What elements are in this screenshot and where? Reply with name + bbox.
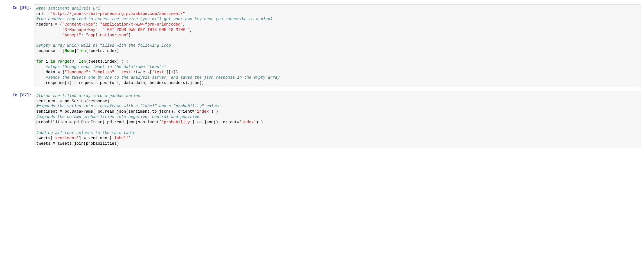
- code-text: ]: [74, 49, 76, 53]
- input-prompt: In [86]:: [3, 4, 34, 12]
- string-literal: 'text': [119, 70, 133, 74]
- comment: #the sentiment analysis url: [36, 6, 100, 11]
- code-text: probabilities = pd.DataFrame( pd.read_js…: [36, 120, 161, 124]
- code-text: :: [88, 70, 93, 74]
- comment: #turns the filled array into a pandas se…: [36, 94, 140, 98]
- code-text: (: [69, 59, 72, 64]
- code-text: sentiment = pd.Series(response): [36, 99, 109, 103]
- string-literal: 'label': [112, 136, 129, 140]
- notebook-cell: In [86]: #the sentiment analysis url url…: [3, 4, 641, 87]
- code-text: response[i] = requests.post(url, data=da…: [36, 81, 204, 85]
- code-text: :: [81, 33, 86, 37]
- string-literal: "english": [93, 70, 114, 74]
- code-text: tweets[: [36, 136, 53, 140]
- code-text: [36, 28, 62, 32]
- code-text: [36, 75, 46, 80]
- comment: #steps through each tweet in the datafra…: [46, 65, 166, 69]
- code-input[interactable]: #turns the filled array into a pandas se…: [34, 92, 641, 148]
- comment: #expands the series into a dataframe wit…: [36, 104, 220, 108]
- string-literal: 'index': [240, 120, 256, 124]
- string-literal: "Accept": [62, 33, 81, 37]
- string-literal: "application/json": [86, 33, 128, 37]
- code-text: = [: [55, 49, 65, 53]
- code-text: :: [95, 22, 100, 27]
- code-text: :: [98, 28, 102, 32]
- code-text: ]: [129, 136, 131, 140]
- string-literal: "https://japerk-text-processing.p.mashap…: [50, 12, 185, 16]
- keyword: in: [50, 59, 55, 64]
- string-literal: "Content-Type": [62, 22, 95, 27]
- keyword: for: [36, 59, 43, 64]
- code-text: =: [43, 12, 50, 16]
- notebook-cell: In [87]: #turns the filled array into a …: [3, 92, 641, 148]
- code-text: :tweets[: [133, 70, 152, 74]
- code-text: url: [36, 12, 43, 16]
- builtin: len: [79, 59, 86, 64]
- code-text: (tweets.index) ) :: [86, 59, 129, 64]
- code-text: sentiment = pd.DataFrame( pd.read_json(s…: [36, 109, 195, 114]
- code-text: data = {: [36, 70, 65, 74]
- string-literal: " GET YOUR OWN KEY THIS ONE IS MINE ": [102, 28, 190, 32]
- comment: #sends the tweets one by one to the anal…: [46, 75, 280, 80]
- code-text: ][i]}: [166, 70, 178, 74]
- code-text: ] = sentiment[: [79, 136, 112, 140]
- string-literal: 'index': [195, 109, 211, 114]
- code-text: response: [36, 49, 55, 53]
- comment: #expands the column probabilities into n…: [36, 115, 199, 119]
- keyword: None: [65, 49, 74, 53]
- code-text: ,: [114, 70, 119, 74]
- operator: *: [76, 49, 79, 53]
- string-literal: 'probability': [161, 120, 192, 124]
- string-literal: "application/x-www-form-urlencoded": [100, 22, 183, 27]
- comment: #adding all four columns to the main tab…: [36, 131, 136, 135]
- code-text: }: [129, 33, 131, 37]
- code-text: i: [43, 59, 50, 64]
- code-text: ,: [183, 22, 185, 27]
- builtin: len: [79, 49, 86, 53]
- code-text: ].to_json(), orient=: [192, 120, 240, 124]
- code-text: headers: [36, 22, 53, 27]
- string-literal: "language": [65, 70, 88, 74]
- code-text: ) ): [211, 109, 218, 114]
- code-input[interactable]: #the sentiment analysis url url = "https…: [34, 4, 641, 87]
- builtin: range: [55, 59, 69, 64]
- code-text: ,: [74, 59, 79, 64]
- code-text: (tweets.index): [86, 49, 119, 53]
- comment: #empty array which will be filled with t…: [36, 43, 171, 48]
- string-literal: 'text': [152, 70, 166, 74]
- comment: #the headers required to access the serv…: [36, 17, 273, 21]
- string-literal: "X-Mashape-Key": [62, 28, 98, 32]
- code-text: = {: [53, 22, 62, 27]
- code-text: tweets = tweets.join(probabilities): [36, 141, 119, 146]
- code-text: ,: [190, 28, 192, 32]
- code-text: [36, 65, 46, 69]
- code-text: [36, 33, 62, 37]
- string-literal: 'sentiment': [53, 136, 79, 140]
- code-text: ) ): [256, 120, 263, 124]
- input-prompt: In [87]:: [3, 92, 34, 99]
